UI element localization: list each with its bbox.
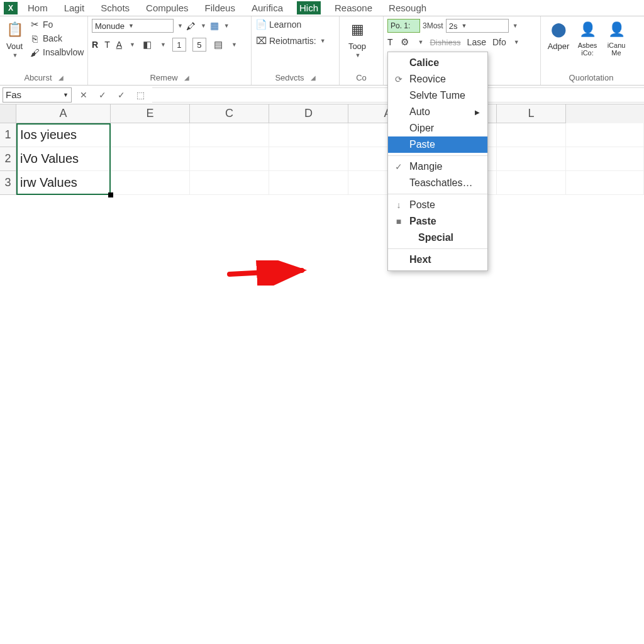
cell[interactable]: [269, 171, 348, 195]
dialog-launcher-icon[interactable]: ◢: [58, 74, 64, 81]
number-format-button[interactable]: ▦ Toop ▼: [343, 19, 371, 58]
cell[interactable]: [497, 171, 566, 195]
menu-item[interactable]: Selvte Tume: [388, 87, 487, 104]
column-header[interactable]: E: [111, 104, 190, 123]
cell[interactable]: iVo Values: [16, 147, 111, 171]
cancel-button[interactable]: ✕: [77, 90, 91, 100]
chevron-down-icon[interactable]: ▼: [177, 23, 183, 29]
ribbon-group-number: ▦ Toop ▼ Co: [340, 16, 384, 85]
cell[interactable]: [111, 147, 190, 171]
ribbon: 📋 Vout ▼ ✂ Fo ⎘ Back 🖌 Insalbvlow: [0, 16, 644, 86]
cell[interactable]: [190, 147, 269, 171]
row-header[interactable]: 3: [0, 171, 16, 195]
tab-schots[interactable]: Schots: [98, 1, 132, 14]
dialog-launcher-icon[interactable]: ◢: [311, 74, 316, 81]
menu-item-label: Hext: [409, 254, 431, 265]
bold-button[interactable]: R: [92, 40, 98, 50]
fill-handle[interactable]: [108, 192, 113, 197]
menu-item-label: Selvte Tume: [409, 90, 465, 101]
fill-color-icon[interactable]: ◧: [142, 39, 153, 50]
cell[interactable]: [566, 171, 644, 195]
find-button[interactable]: ⬤ Adper: [545, 19, 572, 51]
menu-item[interactable]: Auto▶: [388, 104, 487, 120]
name-box[interactable]: Fas ▼: [3, 87, 72, 103]
merge-button[interactable]: ⌧ Reiotmartis: ▼: [255, 35, 326, 47]
menu-item[interactable]: Teaschatles…: [388, 175, 487, 191]
clipboard-icon: 📋: [4, 19, 25, 40]
group-label: Quorlotation: [569, 73, 614, 82]
font-family-select[interactable]: Monude ▼: [92, 19, 174, 33]
menu-item[interactable]: Hext: [388, 252, 487, 268]
underline-button[interactable]: A: [116, 40, 122, 50]
cell[interactable]: [190, 171, 269, 195]
grid-icon[interactable]: ▦: [209, 20, 220, 31]
cell[interactable]: [497, 147, 566, 171]
fx-icon[interactable]: ⬚: [133, 90, 147, 100]
column-header[interactable]: L: [497, 104, 566, 123]
border-icon[interactable]: ▤: [213, 39, 224, 50]
menu-item[interactable]: Oiper: [388, 120, 487, 136]
tab-hom[interactable]: Hom: [25, 1, 50, 14]
select-all-corner[interactable]: [0, 104, 16, 123]
cell[interactable]: [497, 123, 566, 147]
tab-resough[interactable]: Resough: [386, 1, 429, 14]
tab-bar: X HomLagitSchotsCompulesFildeusAurificaH…: [0, 0, 644, 16]
style-good-button[interactable]: Po. 1:: [387, 19, 420, 33]
cell[interactable]: [111, 123, 190, 147]
menu-item[interactable]: Special: [388, 230, 487, 246]
cell[interactable]: [111, 171, 190, 195]
column-header[interactable]: A: [16, 104, 111, 123]
menu-item[interactable]: Calice: [388, 55, 487, 71]
style-select[interactable]: 2s ▼: [446, 19, 509, 33]
spreadsheet-grid: AECDAFL 1Ios yieues2iVo Values3irw Value…: [0, 104, 644, 195]
format-painter-button[interactable]: 🖌 Insalbvlow: [29, 47, 84, 58]
menu-item[interactable]: ■Paste: [388, 213, 487, 230]
tab-hich[interactable]: Hich: [297, 1, 321, 14]
menu-item[interactable]: ↓Poste: [388, 197, 487, 213]
tab-compules[interactable]: Compules: [143, 1, 191, 14]
gear-icon[interactable]: ⚙: [399, 36, 411, 48]
document-icon: 📄: [255, 19, 267, 30]
cut-button[interactable]: ✂ Fo: [29, 19, 84, 30]
cell[interactable]: irw Values: [16, 171, 111, 195]
menu-item-label: Paste: [409, 139, 435, 150]
chevron-right-icon: ▶: [475, 109, 480, 116]
tab-reasone[interactable]: Reasone: [332, 1, 375, 14]
menu-item-label: Special: [418, 232, 453, 243]
cell[interactable]: [566, 147, 644, 171]
merge-icon: ⌧: [255, 35, 267, 47]
cell[interactable]: [190, 123, 269, 147]
size-5-button[interactable]: 5: [192, 38, 206, 52]
menu-item-icon: ✓: [393, 162, 404, 172]
row-header[interactable]: 1: [0, 123, 16, 147]
menu-item[interactable]: Paste: [388, 136, 487, 153]
tab-fildeus[interactable]: Fildeus: [203, 1, 238, 14]
table-icon: ▦: [347, 19, 368, 40]
wrap-text-button[interactable]: 📄 Learnon: [255, 19, 326, 30]
sort-button[interactable]: 👤 Asbes iCo:: [574, 19, 601, 57]
column-header[interactable]: D: [269, 104, 348, 123]
check-icon[interactable]: ✓: [114, 90, 128, 100]
column-header[interactable]: C: [190, 104, 269, 123]
menu-item[interactable]: ✓Mangie: [388, 158, 487, 175]
size-1-button[interactable]: 1: [172, 38, 186, 52]
cell[interactable]: [566, 123, 644, 147]
menu-item-label: Mangie: [409, 161, 442, 172]
tab-lagit[interactable]: Lagit: [62, 1, 87, 14]
circle-icon: ⬤: [548, 19, 569, 40]
cell[interactable]: Ios yieues: [16, 123, 111, 147]
italic-button[interactable]: T: [104, 40, 110, 50]
row-header[interactable]: 2: [0, 147, 16, 171]
check-icon[interactable]: ✓: [96, 90, 109, 100]
copy-button[interactable]: ⎘ Back: [29, 33, 84, 44]
cell[interactable]: [269, 147, 348, 171]
menu-item[interactable]: ⟳Reovice: [388, 71, 487, 87]
paste-big-button[interactable]: 📋 Vout ▼: [4, 19, 25, 58]
ribbon-group-font: Monude ▼ ▼ 🖍 ▼ ▦ ▼ R T A ▼ ◧ ▼ 1: [88, 16, 252, 85]
share-button[interactable]: 👤 iCanu Me: [602, 19, 630, 57]
chevron-down-icon: ▼: [128, 23, 134, 29]
dialog-launcher-icon[interactable]: ◢: [184, 74, 189, 81]
cell[interactable]: [269, 123, 348, 147]
highlighter-icon[interactable]: 🖍: [186, 20, 197, 31]
tab-aurifica[interactable]: Aurifica: [249, 1, 286, 14]
